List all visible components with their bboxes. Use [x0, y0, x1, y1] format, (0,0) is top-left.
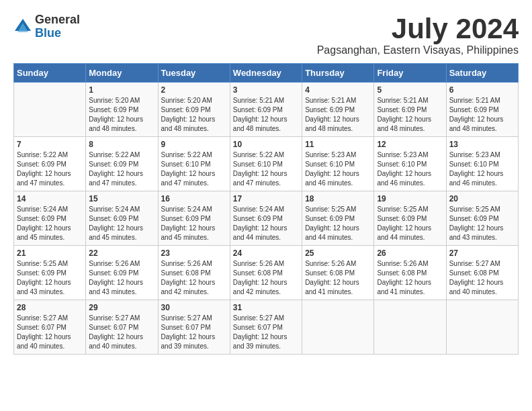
day-number: 15 [89, 194, 154, 203]
calendar-cell: 18Sunrise: 5:25 AM Sunset: 6:09 PM Dayli… [302, 191, 374, 246]
day-info: Sunrise: 5:21 AM Sunset: 6:09 PM Dayligh… [377, 96, 443, 134]
day-number: 3 [233, 85, 299, 95]
calendar-cell: 9Sunrise: 5:22 AM Sunset: 6:10 PM Daylig… [158, 137, 230, 191]
day-info: Sunrise: 5:22 AM Sunset: 6:10 PM Dayligh… [161, 150, 227, 188]
day-number: 19 [377, 194, 443, 203]
day-number: 7 [17, 140, 83, 149]
header-friday: Friday [374, 64, 446, 83]
day-number: 13 [449, 140, 515, 149]
day-info: Sunrise: 5:26 AM Sunset: 6:08 PM Dayligh… [233, 259, 299, 297]
header-thursday: Thursday [302, 64, 374, 83]
calendar-header: Sunday Monday Tuesday Wednesday Thursday… [14, 64, 519, 83]
day-number: 8 [89, 140, 154, 149]
day-info: Sunrise: 5:22 AM Sunset: 6:09 PM Dayligh… [17, 150, 83, 188]
calendar-cell [302, 300, 374, 355]
calendar-cell: 21Sunrise: 5:25 AM Sunset: 6:09 PM Dayli… [14, 246, 86, 300]
calendar-cell: 29Sunrise: 5:27 AM Sunset: 6:07 PM Dayli… [86, 300, 158, 355]
header-tuesday: Tuesday [158, 64, 230, 83]
day-number: 9 [161, 140, 227, 149]
day-info: Sunrise: 5:27 AM Sunset: 6:07 PM Dayligh… [161, 314, 227, 351]
calendar-week-3: 21Sunrise: 5:25 AM Sunset: 6:09 PM Dayli… [14, 246, 519, 300]
day-number: 11 [305, 140, 371, 149]
day-info: Sunrise: 5:22 AM Sunset: 6:09 PM Dayligh… [89, 150, 154, 188]
day-info: Sunrise: 5:21 AM Sunset: 6:09 PM Dayligh… [233, 96, 299, 134]
day-info: Sunrise: 5:27 AM Sunset: 6:07 PM Dayligh… [89, 314, 154, 351]
calendar-cell: 20Sunrise: 5:25 AM Sunset: 6:09 PM Dayli… [446, 191, 518, 246]
day-number: 2 [161, 85, 227, 95]
day-number: 5 [377, 85, 443, 95]
day-info: Sunrise: 5:25 AM Sunset: 6:09 PM Dayligh… [449, 205, 515, 242]
calendar-cell [446, 300, 518, 355]
calendar-week-1: 7Sunrise: 5:22 AM Sunset: 6:09 PM Daylig… [14, 137, 519, 191]
calendar-cell: 12Sunrise: 5:23 AM Sunset: 6:10 PM Dayli… [374, 137, 446, 191]
day-info: Sunrise: 5:25 AM Sunset: 6:09 PM Dayligh… [17, 259, 83, 297]
calendar-cell: 17Sunrise: 5:24 AM Sunset: 6:09 PM Dayli… [230, 191, 302, 246]
calendar-cell: 3Sunrise: 5:21 AM Sunset: 6:09 PM Daylig… [230, 83, 302, 137]
calendar-cell: 7Sunrise: 5:22 AM Sunset: 6:09 PM Daylig… [14, 137, 86, 191]
day-info: Sunrise: 5:24 AM Sunset: 6:09 PM Dayligh… [161, 205, 227, 242]
calendar-cell: 19Sunrise: 5:25 AM Sunset: 6:09 PM Dayli… [374, 191, 446, 246]
day-info: Sunrise: 5:23 AM Sunset: 6:10 PM Dayligh… [449, 150, 515, 188]
day-number: 22 [89, 248, 154, 258]
calendar-cell: 5Sunrise: 5:21 AM Sunset: 6:09 PM Daylig… [374, 83, 446, 137]
logo-general: General [35, 13, 80, 27]
day-info: Sunrise: 5:26 AM Sunset: 6:08 PM Dayligh… [161, 259, 227, 297]
day-info: Sunrise: 5:21 AM Sunset: 6:09 PM Dayligh… [449, 96, 515, 134]
day-number: 28 [17, 303, 83, 312]
calendar-cell: 30Sunrise: 5:27 AM Sunset: 6:07 PM Dayli… [158, 300, 230, 355]
page-header: General Blue July 2024 Pagsanghan, Easte… [13, 13, 519, 56]
calendar-cell: 10Sunrise: 5:22 AM Sunset: 6:10 PM Dayli… [230, 137, 302, 191]
calendar-week-2: 14Sunrise: 5:24 AM Sunset: 6:09 PM Dayli… [14, 191, 519, 246]
calendar-table: Sunday Monday Tuesday Wednesday Thursday… [13, 63, 519, 355]
day-number: 23 [161, 248, 227, 258]
day-info: Sunrise: 5:22 AM Sunset: 6:10 PM Dayligh… [233, 150, 299, 188]
day-number: 14 [17, 194, 83, 203]
calendar-cell: 22Sunrise: 5:26 AM Sunset: 6:09 PM Dayli… [86, 246, 158, 300]
day-info: Sunrise: 5:27 AM Sunset: 6:07 PM Dayligh… [233, 314, 299, 351]
calendar-cell: 6Sunrise: 5:21 AM Sunset: 6:09 PM Daylig… [446, 83, 518, 137]
calendar-cell: 16Sunrise: 5:24 AM Sunset: 6:09 PM Dayli… [158, 191, 230, 246]
day-info: Sunrise: 5:24 AM Sunset: 6:09 PM Dayligh… [17, 205, 83, 242]
header-saturday: Saturday [446, 64, 518, 83]
day-info: Sunrise: 5:21 AM Sunset: 6:09 PM Dayligh… [305, 96, 371, 134]
day-info: Sunrise: 5:23 AM Sunset: 6:10 PM Dayligh… [377, 150, 443, 188]
title-area: July 2024 Pagsanghan, Eastern Visayas, P… [317, 13, 519, 56]
calendar-cell: 13Sunrise: 5:23 AM Sunset: 6:10 PM Dayli… [446, 137, 518, 191]
calendar-cell [14, 83, 86, 137]
day-number: 25 [305, 248, 371, 258]
day-info: Sunrise: 5:24 AM Sunset: 6:09 PM Dayligh… [233, 205, 299, 242]
day-number: 30 [161, 303, 227, 312]
header-row: Sunday Monday Tuesday Wednesday Thursday… [14, 64, 519, 83]
calendar-cell: 8Sunrise: 5:22 AM Sunset: 6:09 PM Daylig… [86, 137, 158, 191]
calendar-week-0: 1Sunrise: 5:20 AM Sunset: 6:09 PM Daylig… [14, 83, 519, 137]
calendar-cell: 2Sunrise: 5:20 AM Sunset: 6:09 PM Daylig… [158, 83, 230, 137]
day-number: 21 [17, 248, 83, 258]
logo-text: General Blue [35, 13, 80, 40]
logo-icon [13, 17, 32, 36]
header-wednesday: Wednesday [230, 64, 302, 83]
day-number: 12 [377, 140, 443, 149]
header-sunday: Sunday [14, 64, 86, 83]
calendar-week-4: 28Sunrise: 5:27 AM Sunset: 6:07 PM Dayli… [14, 300, 519, 355]
day-info: Sunrise: 5:25 AM Sunset: 6:09 PM Dayligh… [305, 205, 371, 242]
calendar-cell: 23Sunrise: 5:26 AM Sunset: 6:08 PM Dayli… [158, 246, 230, 300]
day-info: Sunrise: 5:23 AM Sunset: 6:10 PM Dayligh… [305, 150, 371, 188]
day-number: 4 [305, 85, 371, 95]
calendar-cell: 14Sunrise: 5:24 AM Sunset: 6:09 PM Dayli… [14, 191, 86, 246]
day-number: 31 [233, 303, 299, 312]
day-number: 18 [305, 194, 371, 203]
day-number: 16 [161, 194, 227, 203]
calendar-cell: 4Sunrise: 5:21 AM Sunset: 6:09 PM Daylig… [302, 83, 374, 137]
calendar-cell: 11Sunrise: 5:23 AM Sunset: 6:10 PM Dayli… [302, 137, 374, 191]
calendar-cell: 1Sunrise: 5:20 AM Sunset: 6:09 PM Daylig… [86, 83, 158, 137]
calendar-cell: 31Sunrise: 5:27 AM Sunset: 6:07 PM Dayli… [230, 300, 302, 355]
day-number: 1 [89, 85, 154, 95]
day-info: Sunrise: 5:24 AM Sunset: 6:09 PM Dayligh… [89, 205, 154, 242]
day-info: Sunrise: 5:26 AM Sunset: 6:09 PM Dayligh… [89, 259, 154, 297]
subtitle: Pagsanghan, Eastern Visayas, Philippines [317, 44, 519, 56]
calendar-cell: 27Sunrise: 5:27 AM Sunset: 6:08 PM Dayli… [446, 246, 518, 300]
logo-blue: Blue [35, 27, 80, 40]
day-number: 17 [233, 194, 299, 203]
day-info: Sunrise: 5:20 AM Sunset: 6:09 PM Dayligh… [161, 96, 227, 134]
day-number: 6 [449, 85, 515, 95]
